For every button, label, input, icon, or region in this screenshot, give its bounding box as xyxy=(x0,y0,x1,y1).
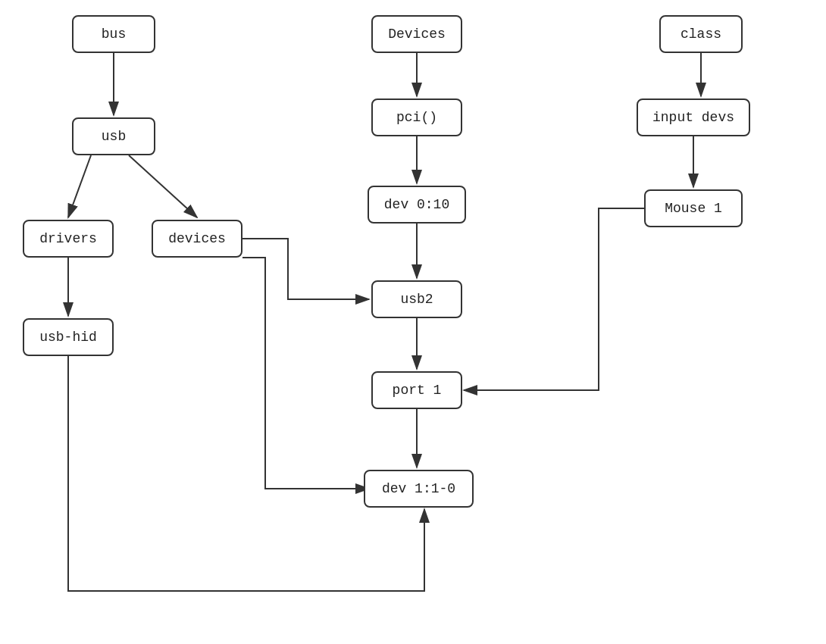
node-Devices: Devices xyxy=(371,15,462,53)
node-dev110: dev 1:1-0 xyxy=(364,470,474,508)
node-bus: bus xyxy=(72,15,155,53)
node-usb2: usb2 xyxy=(371,280,462,318)
node-usb-hid: usb-hid xyxy=(23,318,114,356)
node-drivers: drivers xyxy=(23,220,114,258)
node-pci: pci() xyxy=(371,98,462,136)
node-mouse1: Mouse 1 xyxy=(644,189,743,227)
node-inputdevs: input devs xyxy=(637,98,750,136)
svg-line-1 xyxy=(68,155,91,217)
svg-line-2 xyxy=(129,155,197,217)
arrows-svg xyxy=(0,0,826,644)
node-dev010: dev 0:10 xyxy=(368,186,466,224)
node-devices: devices xyxy=(152,220,242,258)
node-port1: port 1 xyxy=(371,371,462,409)
node-usb: usb xyxy=(72,117,155,155)
node-class: class xyxy=(659,15,743,53)
diagram-container: bus usb drivers devices usb-hid Devices … xyxy=(0,0,826,644)
